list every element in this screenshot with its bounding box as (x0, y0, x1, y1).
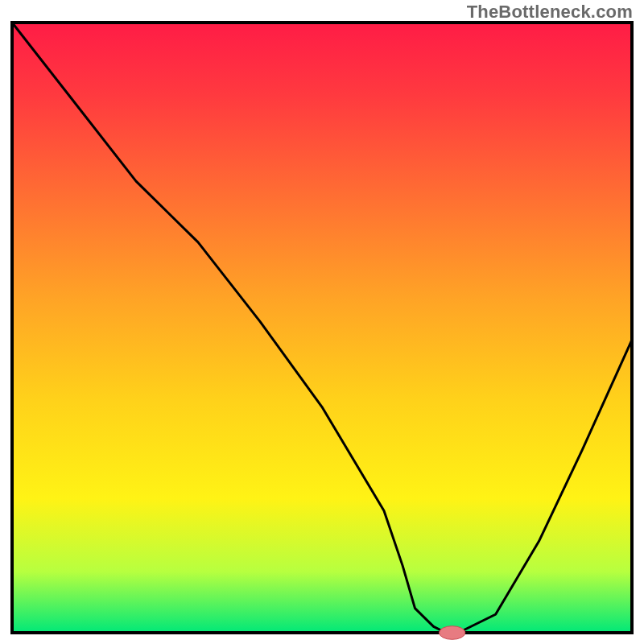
watermark-text: TheBottleneck.com (467, 2, 633, 23)
bottleneck-chart (0, 0, 644, 644)
optimum-marker (440, 626, 465, 640)
chart-container: TheBottleneck.com (0, 0, 644, 644)
